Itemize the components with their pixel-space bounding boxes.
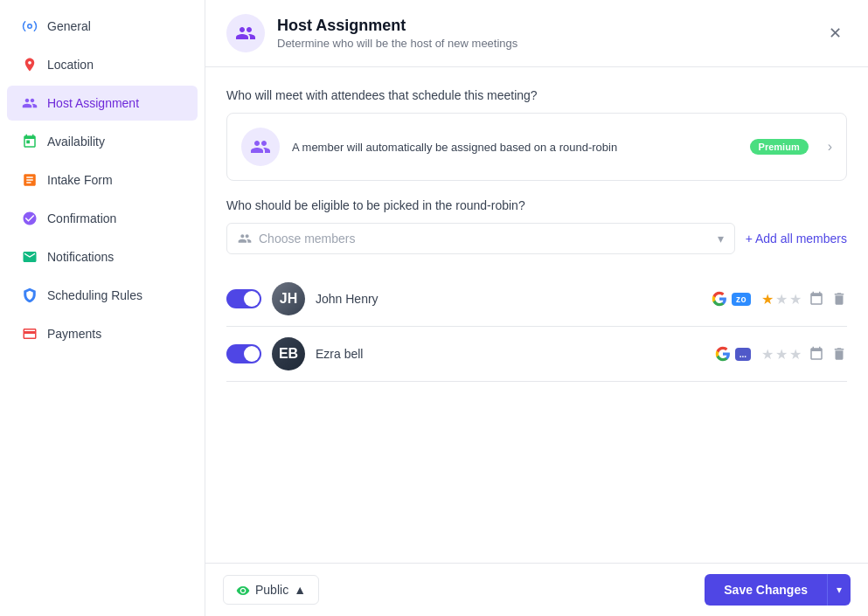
availability-icon: [21, 133, 38, 150]
sidebar-item-intake-form[interactable]: Intake Form: [7, 163, 198, 197]
sidebar-item-location[interactable]: Location: [7, 47, 198, 82]
sidebar-item-payments[interactable]: Payments: [7, 316, 198, 351]
ezra-bell-avatar: EB: [272, 337, 305, 370]
ezra-bell-actions: ★ ★ ★: [761, 346, 847, 363]
public-label: Public: [255, 583, 288, 597]
panel-title: Host Assignment: [277, 17, 810, 35]
save-dropdown-button[interactable]: ▾: [827, 574, 851, 606]
eye-icon: [236, 582, 250, 597]
general-icon: [21, 17, 38, 35]
save-button-group: Save Changes ▾: [705, 574, 851, 606]
question-2: Who should be eligible to be picked in t…: [226, 198, 847, 212]
main-content: Host Assignment Determine who will be th…: [205, 0, 868, 616]
delete-icon[interactable]: [831, 346, 847, 363]
sidebar-item-notifications-label: Notifications: [47, 250, 114, 264]
john-henry-actions: ★ ★ ★: [761, 291, 847, 308]
star-2[interactable]: ★: [775, 346, 788, 363]
svg-point-0: [28, 24, 32, 29]
panel-header-icon: [226, 14, 265, 52]
location-icon: [21, 56, 38, 73]
sidebar-item-scheduling-label: Scheduling Rules: [47, 288, 142, 302]
members-row: Choose members ▾ + Add all members: [226, 223, 847, 254]
sidebar-item-location-label: Location: [47, 58, 94, 72]
panel-header-text: Host Assignment Determine who will be th…: [277, 17, 810, 50]
delete-icon[interactable]: [831, 291, 847, 308]
host-icon: [21, 94, 38, 112]
sidebar-item-host-assignment[interactable]: Host Assignment: [7, 86, 198, 121]
notifications-icon: [21, 248, 38, 266]
table-row: EB Ezra bell ...: [226, 327, 847, 382]
round-robin-option[interactable]: A member will automatically be assigned …: [226, 113, 847, 181]
save-changes-button[interactable]: Save Changes: [705, 574, 827, 606]
teams-icon: ...: [735, 348, 751, 361]
premium-badge: Premium: [750, 139, 809, 155]
john-henry-stars: ★ ★ ★: [761, 291, 802, 308]
ezra-bell-integrations: ...: [714, 345, 751, 363]
close-button[interactable]: ✕: [823, 21, 847, 45]
intake-icon: [21, 171, 38, 189]
john-henry-integrations: zo: [711, 290, 751, 308]
sidebar-item-notifications[interactable]: Notifications: [7, 239, 198, 274]
payments-icon: [21, 325, 38, 343]
confirmation-icon: [21, 210, 38, 227]
public-button[interactable]: Public ▲: [223, 575, 319, 604]
sidebar-item-host-label: Host Assignment: [47, 96, 139, 110]
table-row: JH John Henry zo: [226, 272, 847, 327]
star-2[interactable]: ★: [775, 291, 788, 308]
panel-subtitle: Determine who will be the host of new me…: [277, 37, 810, 50]
ezra-bell-toggle[interactable]: [226, 344, 261, 363]
app-container: General Location Host Assignment: [0, 0, 868, 616]
sidebar-item-availability[interactable]: Availability: [7, 124, 198, 159]
star-1[interactable]: ★: [761, 291, 774, 308]
add-all-members-button[interactable]: + Add all members: [746, 232, 847, 246]
calendar-icon[interactable]: [809, 346, 824, 363]
star-3[interactable]: ★: [789, 291, 802, 308]
john-henry-avatar: JH: [272, 282, 305, 315]
sidebar-item-intake-label: Intake Form: [47, 173, 113, 187]
sidebar-item-confirmation-label: Confirmation: [47, 211, 116, 225]
ezra-bell-stars: ★ ★ ★: [761, 346, 802, 363]
chevron-down-icon: ▾: [718, 232, 724, 246]
sidebar: General Location Host Assignment: [0, 0, 205, 616]
members-placeholder: Choose members: [259, 232, 356, 246]
panel-body: Who will meet with attendees that schedu…: [205, 67, 868, 563]
scheduling-icon: [21, 287, 38, 304]
star-3[interactable]: ★: [789, 346, 802, 363]
sidebar-item-confirmation[interactable]: Confirmation: [7, 201, 198, 236]
members-select[interactable]: Choose members ▾: [226, 223, 735, 254]
google-icon: [711, 290, 728, 308]
sidebar-item-payments-label: Payments: [47, 327, 101, 341]
question-1: Who will meet with attendees that schedu…: [226, 88, 847, 102]
sidebar-item-general[interactable]: General: [7, 9, 198, 44]
star-1[interactable]: ★: [761, 346, 774, 363]
footer: Public ▲ Save Changes ▾: [205, 563, 868, 616]
john-henry-name: John Henry: [316, 292, 700, 306]
chevron-right-icon: ›: [828, 139, 832, 155]
option-card-text: A member will automatically be assigned …: [292, 141, 738, 154]
sidebar-item-scheduling-rules[interactable]: Scheduling Rules: [7, 278, 198, 313]
sidebar-item-availability-label: Availability: [47, 135, 105, 149]
sidebar-item-general-label: General: [47, 19, 91, 33]
john-henry-toggle[interactable]: [226, 289, 261, 308]
google-icon: [714, 345, 732, 363]
round-robin-icon: [241, 128, 280, 166]
zoom-icon: zo: [732, 293, 751, 306]
panel-header: Host Assignment Determine who will be th…: [205, 0, 868, 67]
dropdown-caret: ▲: [294, 583, 306, 597]
ezra-bell-name: Ezra bell: [316, 347, 704, 361]
calendar-icon[interactable]: [809, 291, 824, 308]
